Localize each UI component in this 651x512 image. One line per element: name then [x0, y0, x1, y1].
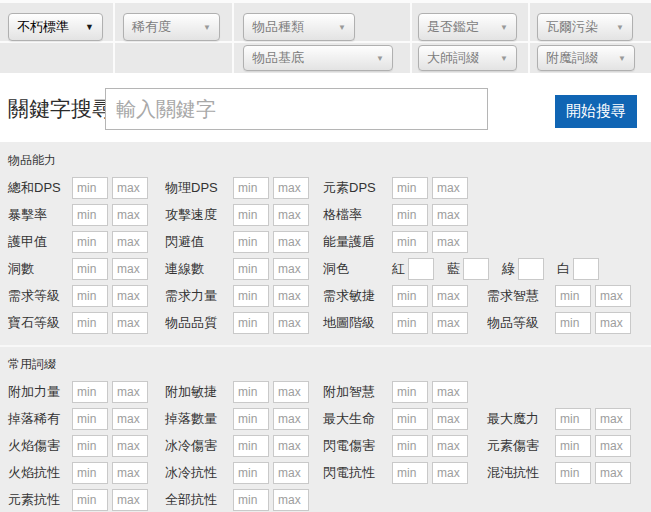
- league-select[interactable]: 不朽標準▼: [8, 13, 103, 41]
- rarity-dropdown[interactable]: 稀有度▼: [123, 13, 220, 41]
- total-dps-max-input[interactable]: [112, 177, 148, 199]
- req-strength-min-input[interactable]: [233, 285, 269, 307]
- gem-level-min-input[interactable]: [72, 312, 108, 334]
- block-chance-max-input[interactable]: [432, 204, 468, 226]
- field-block-chance: 格檔率: [323, 204, 468, 226]
- added-intelligence-max-input[interactable]: [432, 381, 468, 403]
- rarity-found-min-input[interactable]: [72, 408, 108, 430]
- field-total-dps: 總和DPS: [8, 177, 148, 199]
- fire-resistance-min-input[interactable]: [72, 462, 108, 484]
- divider: [0, 345, 651, 347]
- lightning-resistance-min-input[interactable]: [392, 462, 428, 484]
- socket-blue-label: 藍: [447, 260, 460, 278]
- map-tier-min-input[interactable]: [392, 312, 428, 334]
- fire-resistance-max-input[interactable]: [112, 462, 148, 484]
- elemental-dps-min-input[interactable]: [392, 177, 428, 199]
- lightning-damage-max-input[interactable]: [432, 435, 468, 457]
- armour-max-input[interactable]: [112, 231, 148, 253]
- crit-chance-max-input[interactable]: [112, 204, 148, 226]
- elemental-resistance-min-input[interactable]: [72, 489, 108, 511]
- socket-white-input[interactable]: [573, 258, 599, 280]
- all-resistance-max-input[interactable]: [273, 489, 309, 511]
- enchant-mods-dropdown[interactable]: 附魔詞綴▼: [537, 45, 635, 71]
- socket-red-input[interactable]: [408, 258, 434, 280]
- chevron-down-icon: ▼: [618, 54, 626, 63]
- divider: [410, 3, 412, 73]
- elemental-damage-min-input[interactable]: [555, 435, 591, 457]
- req-strength-max-input[interactable]: [273, 285, 309, 307]
- socket-blue-input[interactable]: [463, 258, 489, 280]
- keyword-search-input[interactable]: [105, 88, 488, 130]
- req-intelligence-max-input[interactable]: [595, 285, 631, 307]
- energy-shield-max-input[interactable]: [432, 231, 468, 253]
- added-strength-min-input[interactable]: [72, 381, 108, 403]
- all-resistance-min-input[interactable]: [233, 489, 269, 511]
- attack-speed-max-input[interactable]: [273, 204, 309, 226]
- lightning-resistance-max-input[interactable]: [432, 462, 468, 484]
- armour-min-input[interactable]: [72, 231, 108, 253]
- total-dps-min-input[interactable]: [72, 177, 108, 199]
- fire-damage-min-input[interactable]: [72, 435, 108, 457]
- added-strength-max-input[interactable]: [112, 381, 148, 403]
- quantity-found-min-input[interactable]: [233, 408, 269, 430]
- item-quality-max-input[interactable]: [273, 312, 309, 334]
- links-max-input[interactable]: [273, 258, 309, 280]
- gem-level-max-input[interactable]: [112, 312, 148, 334]
- master-mods-dropdown[interactable]: 大師詞綴▼: [418, 45, 517, 71]
- added-dexterity-min-input[interactable]: [233, 381, 269, 403]
- item-base-dropdown[interactable]: 物品基底▼: [243, 45, 393, 71]
- cold-resistance-max-input[interactable]: [273, 462, 309, 484]
- item-level-min-input[interactable]: [555, 312, 591, 334]
- cold-resistance-min-input[interactable]: [233, 462, 269, 484]
- map-tier-max-input[interactable]: [432, 312, 468, 334]
- dropdown-selected-label: 稀有度: [132, 18, 171, 36]
- divider: [232, 3, 234, 73]
- req-intelligence-min-input[interactable]: [555, 285, 591, 307]
- added-intelligence-min-input[interactable]: [392, 381, 428, 403]
- gem-level-label: 寶石等級: [8, 314, 72, 332]
- corrupted-dropdown[interactable]: 瓦爾污染▼: [537, 13, 633, 41]
- req-dexterity-max-input[interactable]: [432, 285, 468, 307]
- rarity-found-max-input[interactable]: [112, 408, 148, 430]
- elemental-dps-max-input[interactable]: [432, 177, 468, 199]
- physical-dps-max-input[interactable]: [273, 177, 309, 199]
- item-quality-min-input[interactable]: [233, 312, 269, 334]
- elemental-damage-max-input[interactable]: [595, 435, 631, 457]
- links-min-input[interactable]: [233, 258, 269, 280]
- evasion-max-input[interactable]: [273, 231, 309, 253]
- cold-damage-min-input[interactable]: [233, 435, 269, 457]
- identified-dropdown[interactable]: 是否鑑定▼: [418, 13, 517, 41]
- max-life-min-input[interactable]: [392, 408, 428, 430]
- chaos-resistance-min-input[interactable]: [555, 462, 591, 484]
- energy-shield-min-input[interactable]: [392, 231, 428, 253]
- added-dexterity-max-input[interactable]: [273, 381, 309, 403]
- chaos-resistance-max-input[interactable]: [595, 462, 631, 484]
- item-type-dropdown[interactable]: 物品種類▼: [243, 13, 355, 41]
- max-life-max-input[interactable]: [432, 408, 468, 430]
- keyword-search-band: 關鍵字搜尋 開始搜尋: [0, 73, 651, 142]
- max-mana-max-input[interactable]: [595, 408, 631, 430]
- max-mana-min-input[interactable]: [555, 408, 591, 430]
- cold-damage-max-input[interactable]: [273, 435, 309, 457]
- req-dexterity-min-input[interactable]: [392, 285, 428, 307]
- field-req-intelligence: 需求智慧: [487, 285, 631, 307]
- attack-speed-min-input[interactable]: [233, 204, 269, 226]
- start-search-button[interactable]: 開始搜尋: [555, 95, 637, 128]
- elemental-resistance-max-input[interactable]: [112, 489, 148, 511]
- crit-chance-min-input[interactable]: [72, 204, 108, 226]
- sockets-max-input[interactable]: [112, 258, 148, 280]
- lightning-damage-min-input[interactable]: [392, 435, 428, 457]
- evasion-min-input[interactable]: [233, 231, 269, 253]
- physical-dps-min-input[interactable]: [233, 177, 269, 199]
- req-level-min-input[interactable]: [72, 285, 108, 307]
- sockets-min-input[interactable]: [72, 258, 108, 280]
- fire-damage-max-input[interactable]: [112, 435, 148, 457]
- block-chance-min-input[interactable]: [392, 204, 428, 226]
- chaos-resistance-label: 混沌抗性: [487, 464, 555, 482]
- quantity-found-max-input[interactable]: [273, 408, 309, 430]
- added-strength-label: 附加力量: [8, 383, 72, 401]
- req-level-max-input[interactable]: [112, 285, 148, 307]
- socket-green-input[interactable]: [518, 258, 544, 280]
- field-cold-damage: 冰冷傷害: [165, 435, 309, 457]
- item-level-max-input[interactable]: [595, 312, 631, 334]
